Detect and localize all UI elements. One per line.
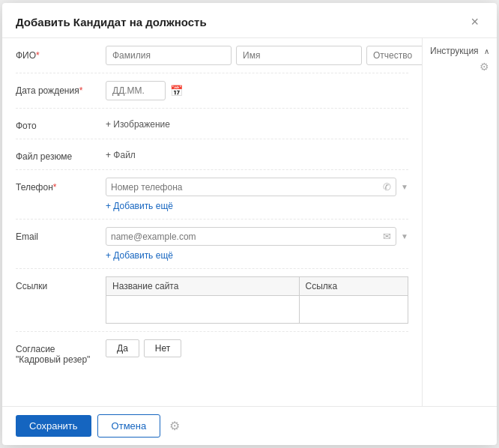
- save-button[interactable]: Сохранить: [16, 415, 91, 437]
- photo-field-content: + Изображение: [106, 116, 408, 130]
- links-site-cell[interactable]: [106, 296, 300, 324]
- phone-icon: ✆: [383, 181, 391, 193]
- email-field-content: ✉ ▼ + Добавить ещё: [106, 227, 408, 261]
- firstname-input[interactable]: [236, 46, 362, 65]
- email-icon: ✉: [383, 231, 391, 242]
- email-dropdown-arrow[interactable]: ▼: [401, 232, 408, 240]
- phone-input-wrap: ✆: [106, 178, 396, 196]
- chevron-up-icon: ∧: [484, 47, 489, 55]
- birthdate-label: Дата рождения*: [16, 81, 98, 96]
- email-row: Email ✉ ▼ + Добавить ещё: [16, 220, 408, 269]
- phone-input-row: ✆ ▼: [106, 178, 408, 196]
- fio-row: ФИО*: [16, 38, 408, 73]
- birthdate-field-content: 📅: [106, 81, 408, 100]
- phone-dropdown-arrow[interactable]: ▼: [401, 183, 408, 191]
- phone-add-more-link[interactable]: + Добавить ещё: [106, 199, 408, 211]
- photo-label: Фото: [16, 116, 98, 131]
- links-table-row: [106, 296, 408, 324]
- email-label: Email: [16, 227, 98, 242]
- fio-label: ФИО*: [16, 46, 98, 61]
- modal-footer: Сохранить Отмена ⚙: [2, 406, 497, 445]
- links-col1-header: Название сайта: [106, 277, 300, 296]
- links-table: Название сайта Ссылка: [106, 276, 408, 324]
- form-area: ФИО* Дата рождения*: [2, 38, 422, 406]
- modal-title: Добавить Кандидат на должность: [16, 16, 207, 28]
- consent-yes-button[interactable]: Да: [106, 339, 139, 357]
- sidebar: Инструкция ∧ ⚙: [422, 38, 497, 406]
- links-url-cell[interactable]: [299, 296, 408, 324]
- middlename-input[interactable]: [366, 46, 422, 65]
- consent-field-content: Да Нет: [106, 339, 408, 357]
- email-add-more-link[interactable]: + Добавить ещё: [106, 249, 408, 261]
- consent-no-button[interactable]: Нет: [144, 339, 181, 357]
- close-button[interactable]: ×: [466, 13, 483, 30]
- sidebar-instruction[interactable]: Инструкция ∧: [430, 46, 489, 56]
- consent-row: Согласие "Кадровый резер" Да Нет: [16, 332, 408, 372]
- fio-inputs: [106, 46, 422, 65]
- fio-field-content: [106, 46, 422, 65]
- consent-label: Согласие "Кадровый резер": [16, 339, 98, 365]
- resume-field-content: + Файл: [106, 147, 408, 160]
- phone-field-content: ✆ ▼ + Добавить ещё: [106, 178, 408, 211]
- birthdate-row: Дата рождения* 📅: [16, 73, 408, 109]
- date-input[interactable]: [106, 81, 166, 100]
- photo-row: Фото + Изображение: [16, 109, 408, 139]
- modal-header: Добавить Кандидат на должность ×: [2, 3, 497, 38]
- links-col2-header: Ссылка: [299, 277, 408, 296]
- email-input[interactable]: [111, 231, 380, 242]
- links-field-content: Название сайта Ссылка: [106, 276, 408, 324]
- phone-input[interactable]: [111, 182, 380, 193]
- resume-row: Файл резюме + Файл: [16, 139, 408, 170]
- add-image-button[interactable]: + Изображение: [106, 116, 408, 130]
- sidebar-instruction-label: Инструкция: [430, 46, 479, 56]
- date-row: 📅: [106, 81, 408, 100]
- consent-buttons: Да Нет: [106, 339, 408, 357]
- calendar-icon[interactable]: 📅: [170, 85, 183, 97]
- modal-dialog: Добавить Кандидат на должность × ФИО*: [2, 3, 497, 445]
- email-input-row: ✉ ▼: [106, 227, 408, 246]
- footer-gear-icon[interactable]: ⚙: [169, 419, 180, 433]
- modal-body: ФИО* Дата рождения*: [2, 38, 497, 406]
- links-row: Ссылки Название сайта Ссылка: [16, 269, 408, 332]
- sidebar-gear-icon[interactable]: ⚙: [480, 61, 489, 73]
- add-file-button[interactable]: + Файл: [106, 147, 408, 160]
- modal-overlay: Добавить Кандидат на должность × ФИО*: [0, 0, 499, 448]
- links-label: Ссылки: [16, 276, 98, 291]
- lastname-input[interactable]: [106, 46, 232, 65]
- phone-label: Телефон*: [16, 178, 98, 193]
- cancel-button[interactable]: Отмена: [97, 414, 161, 438]
- resume-label: Файл резюме: [16, 147, 98, 162]
- phone-row: Телефон* ✆ ▼ + Добавить ещё: [16, 170, 408, 220]
- email-input-wrap: ✉: [106, 227, 396, 246]
